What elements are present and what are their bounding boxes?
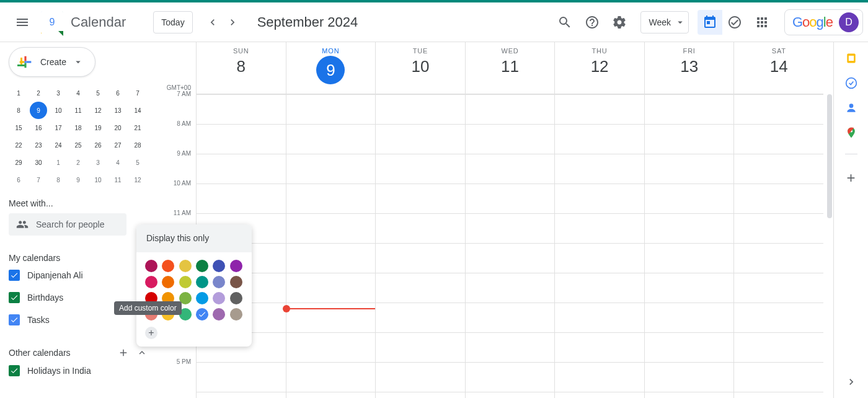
mini-calendar[interactable]: 1234567891011121314151617181920212223242… <box>9 84 148 188</box>
mini-cal-day[interactable]: 6 <box>109 84 126 102</box>
mini-cal-day[interactable]: 4 <box>69 84 87 102</box>
mini-cal-day[interactable]: 11 <box>69 102 87 119</box>
day-header[interactable]: WED11 <box>466 42 556 94</box>
mini-cal-day[interactable]: 9 <box>69 171 87 188</box>
mini-cal-day[interactable]: 27 <box>109 136 126 154</box>
mini-cal-day[interactable]: 7 <box>129 84 146 102</box>
color-swatch[interactable] <box>230 292 242 304</box>
mini-cal-day[interactable]: 22 <box>10 136 27 154</box>
mini-cal-day[interactable]: 3 <box>50 84 67 102</box>
view-selector[interactable]: Week <box>640 11 689 33</box>
add-calendar-icon[interactable] <box>118 347 129 358</box>
mini-cal-day[interactable]: 13 <box>109 102 126 119</box>
prev-week-button[interactable] <box>203 12 223 32</box>
mini-cal-day[interactable]: 5 <box>89 84 107 102</box>
day-header[interactable]: SAT14 <box>734 42 823 94</box>
color-swatch[interactable] <box>213 308 225 321</box>
color-swatch[interactable] <box>145 276 157 288</box>
color-swatch[interactable] <box>213 276 225 288</box>
color-swatch[interactable] <box>145 260 157 272</box>
color-swatch[interactable] <box>196 292 208 304</box>
day-header[interactable]: TUE10 <box>376 42 466 94</box>
color-swatch[interactable] <box>196 260 208 272</box>
mini-cal-day[interactable]: 6 <box>10 171 27 188</box>
color-swatch[interactable] <box>179 260 192 272</box>
other-calendars-header[interactable]: Other calendars <box>9 348 71 358</box>
mini-cal-day[interactable]: 2 <box>30 84 47 102</box>
next-week-button[interactable] <box>223 12 242 32</box>
day-column[interactable] <box>286 94 376 398</box>
help-icon[interactable] <box>580 10 604 35</box>
mini-cal-day[interactable]: 4 <box>109 154 126 171</box>
mini-cal-day[interactable]: 29 <box>10 154 27 171</box>
day-column[interactable] <box>734 94 823 398</box>
mini-cal-day[interactable]: 8 <box>50 171 67 188</box>
color-swatch[interactable] <box>196 276 208 288</box>
avatar[interactable]: D <box>839 12 859 32</box>
mini-cal-day[interactable]: 12 <box>89 102 107 119</box>
color-swatch[interactable] <box>162 276 174 288</box>
day-header[interactable]: THU12 <box>555 42 645 94</box>
mini-cal-day[interactable]: 10 <box>50 102 67 119</box>
mini-cal-day[interactable]: 1 <box>10 84 27 102</box>
menu-icon[interactable] <box>7 7 37 37</box>
mini-cal-day[interactable]: 10 <box>89 171 107 188</box>
collapse-icon[interactable] <box>136 347 148 358</box>
calendar-checkbox[interactable] <box>9 365 20 376</box>
google-account[interactable]: Google D <box>784 9 863 35</box>
mini-cal-day[interactable]: 7 <box>30 171 47 188</box>
mini-cal-day[interactable]: 24 <box>50 136 67 154</box>
calendar-checkbox[interactable] <box>9 314 20 325</box>
display-only-option[interactable]: Display this only <box>136 224 252 252</box>
day-header[interactable]: MON9 <box>286 42 376 94</box>
contacts-icon[interactable] <box>845 102 857 114</box>
mini-cal-day[interactable]: 12 <box>129 171 146 188</box>
calendar-checkbox[interactable] <box>9 292 20 303</box>
color-swatch[interactable] <box>213 260 225 272</box>
day-column[interactable] <box>645 94 735 398</box>
search-people-input[interactable]: Search for people <box>9 213 126 236</box>
mini-cal-day[interactable]: 8 <box>10 102 27 119</box>
mini-cal-day[interactable]: 23 <box>30 136 47 154</box>
mini-cal-day[interactable]: 28 <box>129 136 146 154</box>
scrollbar[interactable] <box>823 42 833 398</box>
color-swatch[interactable] <box>230 260 242 272</box>
app-logo[interactable]: 9 Calendar <box>40 10 126 35</box>
day-column[interactable] <box>555 94 645 398</box>
hide-panel-icon[interactable] <box>845 376 857 391</box>
calendar-item[interactable]: Holidays in India <box>9 361 159 381</box>
mini-cal-day[interactable]: 9 <box>30 102 47 119</box>
keep-icon[interactable] <box>845 52 857 64</box>
add-addon-icon[interactable]: + <box>846 169 855 187</box>
search-icon[interactable] <box>552 10 577 35</box>
day-column[interactable] <box>466 94 556 398</box>
day-column[interactable] <box>376 94 466 398</box>
add-custom-color-button[interactable]: + <box>145 327 157 339</box>
calendar-checkbox[interactable] <box>9 270 20 281</box>
mini-cal-day[interactable]: 1 <box>50 154 67 171</box>
color-swatch[interactable] <box>179 276 192 288</box>
mini-cal-day[interactable]: 11 <box>109 171 126 188</box>
mini-cal-day[interactable]: 5 <box>129 154 146 171</box>
mini-cal-day[interactable]: 20 <box>109 119 126 136</box>
color-swatch[interactable] <box>196 308 208 321</box>
color-swatch[interactable] <box>230 276 242 288</box>
today-button[interactable]: Today <box>153 11 192 33</box>
mini-cal-day[interactable]: 15 <box>10 119 27 136</box>
mini-cal-day[interactable]: 19 <box>89 119 107 136</box>
day-header[interactable]: FRI13 <box>645 42 735 94</box>
mini-cal-day[interactable]: 3 <box>89 154 107 171</box>
color-swatch[interactable] <box>230 308 242 321</box>
maps-icon[interactable] <box>845 126 857 139</box>
mini-cal-day[interactable]: 18 <box>69 119 87 136</box>
color-swatch[interactable] <box>162 260 174 272</box>
mini-cal-day[interactable]: 26 <box>89 136 107 154</box>
mini-cal-day[interactable]: 16 <box>30 119 47 136</box>
mini-cal-day[interactable]: 14 <box>129 102 146 119</box>
calendar-view-toggle[interactable] <box>698 10 722 35</box>
tasks-icon[interactable] <box>845 77 857 89</box>
mini-cal-day[interactable]: 30 <box>30 154 47 171</box>
tasks-view-toggle[interactable] <box>722 10 747 35</box>
color-swatch[interactable] <box>213 292 225 304</box>
create-button[interactable]: Create <box>9 47 95 77</box>
